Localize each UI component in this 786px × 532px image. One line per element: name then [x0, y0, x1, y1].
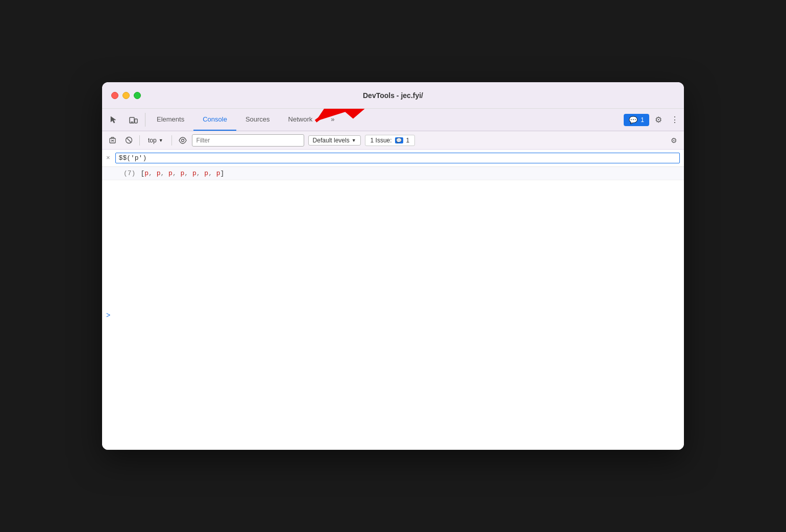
clear-console-button[interactable]	[105, 134, 119, 147]
close-button[interactable]	[111, 92, 118, 99]
tab-elements[interactable]: Elements	[148, 109, 193, 131]
context-selector[interactable]: top ▼	[143, 135, 168, 146]
console-divider-1	[139, 135, 140, 146]
tab-network[interactable]: Network	[279, 109, 322, 131]
prompt-chevron[interactable]: >	[106, 311, 110, 319]
device-icon	[129, 115, 138, 125]
inspect-element-button[interactable]	[104, 109, 124, 131]
console-gear-icon: ⚙	[671, 136, 677, 144]
minimize-button[interactable]	[122, 92, 130, 99]
more-icon: ⋮	[671, 115, 679, 125]
tab-list: Elements Console Sources Network »	[148, 109, 624, 131]
clear-console-icon	[109, 136, 116, 144]
eye-icon	[178, 137, 187, 144]
console-divider-2	[171, 135, 172, 146]
title-bar: DevTools - jec.fyi/	[102, 82, 684, 109]
svg-point-14	[181, 139, 184, 141]
tab-console[interactable]: Console	[193, 109, 236, 131]
gear-icon: ⚙	[655, 115, 662, 125]
console-settings-button[interactable]: ⚙	[667, 134, 681, 147]
block-network-button[interactable]	[121, 134, 136, 147]
chat-icon: 💬	[629, 116, 637, 124]
filter-input[interactable]	[192, 134, 304, 147]
tab-sources[interactable]: Sources	[236, 109, 279, 131]
console-content: × (7) [p, p, p, p, p, p, p] >	[102, 150, 684, 450]
console-input-clear-button[interactable]: ×	[106, 153, 110, 161]
console-toolbar: top ▼ Default levels ▼ 1 Issue: 💬 1 ⚙	[102, 131, 684, 150]
console-prompt-row: >	[102, 180, 684, 450]
live-expressions-button[interactable]	[176, 134, 190, 147]
devtools-window: DevTools - jec.fyi/ Elements Console	[102, 82, 684, 450]
console-result-row: (7) [p, p, p, p, p, p, p]	[102, 167, 684, 180]
issues-badge-button[interactable]: 💬 1	[624, 114, 649, 126]
device-toolbar-button[interactable]	[124, 109, 143, 131]
result-value: [p, p, p, p, p, p, p]	[140, 170, 224, 177]
maximize-button[interactable]	[134, 92, 141, 99]
window-title: DevTools - jec.fyi/	[363, 91, 423, 100]
window-controls	[111, 92, 141, 99]
settings-button[interactable]: ⚙	[650, 112, 667, 128]
toolbar-right-controls: 💬 1 ⚙ ⋮	[624, 109, 682, 131]
issue-badge-button[interactable]: 1 Issue: 💬 1	[365, 135, 415, 146]
block-icon	[125, 136, 133, 144]
cursor-icon	[109, 115, 118, 125]
tab-more[interactable]: »	[322, 109, 343, 131]
main-toolbar: Elements Console Sources Network » 💬 1 ⚙	[102, 109, 684, 131]
result-count: (7)	[124, 170, 135, 177]
svg-line-13	[127, 138, 131, 142]
console-input[interactable]	[115, 153, 680, 163]
default-levels-button[interactable]: Default levels ▼	[308, 135, 361, 146]
console-input-row: ×	[102, 150, 684, 167]
levels-chevron-icon: ▼	[352, 138, 356, 143]
issue-chat-icon: 💬	[395, 137, 403, 143]
more-menu-button[interactable]: ⋮	[668, 112, 682, 128]
svg-rect-1	[135, 119, 137, 123]
chevron-down-icon: ▼	[159, 138, 163, 143]
toolbar-divider-1	[145, 113, 145, 127]
